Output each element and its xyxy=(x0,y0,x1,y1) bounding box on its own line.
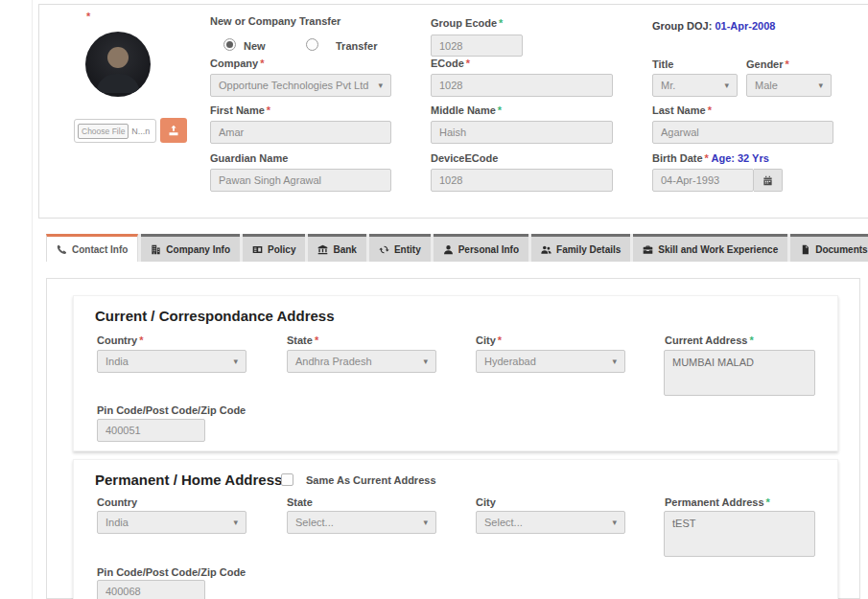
required-asterisk: * xyxy=(466,58,470,69)
company-select[interactable]: Opportune Technologies Pvt Ltd▾ xyxy=(210,74,391,97)
select-value: Select... xyxy=(484,517,523,528)
group-ecode-label: Group Ecode* xyxy=(431,17,503,29)
tab-label: Bank xyxy=(333,244,356,255)
field-label: Country xyxy=(97,334,137,346)
tab-label: Skill and Work Experience xyxy=(658,244,778,255)
caret-down-icon: ▾ xyxy=(724,81,729,90)
device-ecode-label: DeviceECode xyxy=(431,152,498,164)
current-country-select[interactable]: India▾ xyxy=(97,350,246,373)
permanent-city-label: City xyxy=(476,496,496,508)
first-name-label: First Name* xyxy=(210,104,270,116)
file-name-text: N...n xyxy=(131,127,150,136)
tab-documents[interactable]: Documents xyxy=(790,234,868,262)
select-value: Select... xyxy=(295,517,334,528)
last-name-label: Last Name* xyxy=(652,104,712,116)
employee-header-card: * Choose File N...n New or Company Trans… xyxy=(38,4,868,219)
caret-down-icon: ▾ xyxy=(423,518,428,527)
current-address-heading: Current / Correspondance Address xyxy=(95,308,335,324)
group-doj-label: Group DOJ: xyxy=(652,20,712,32)
tab-company-info[interactable]: Company Info xyxy=(141,234,240,262)
radio-transfer[interactable] xyxy=(306,38,318,51)
choose-file-button[interactable]: Choose File xyxy=(78,124,129,139)
current-state-select[interactable]: Andhra Pradesh▾ xyxy=(287,350,436,373)
gender-label: Gender* xyxy=(746,58,789,70)
birth-date-label: Birth Date* Age: 32 Yrs xyxy=(652,152,769,164)
permanent-pin-input[interactable] xyxy=(97,580,205,599)
permanent-country-label: Country xyxy=(97,496,137,508)
tab-entity[interactable]: Entity xyxy=(369,234,431,262)
tab-contact-info[interactable]: Contact Info xyxy=(46,234,138,262)
permanent-state-select[interactable]: Select...▾ xyxy=(287,511,436,534)
same-as-current-checkbox[interactable] xyxy=(281,473,293,486)
photo-required-asterisk: * xyxy=(86,11,90,22)
current-address-textarea[interactable]: MUMBAI MALAD xyxy=(664,350,815,396)
tab-bank[interactable]: Bank xyxy=(308,234,365,262)
field-label: State xyxy=(287,334,313,346)
tab-label: Company Info xyxy=(166,244,230,255)
tab-skill-work-experience[interactable]: Skill and Work Experience xyxy=(633,234,787,262)
field-label: Permanent Address xyxy=(665,496,764,508)
birth-date-calendar-button[interactable] xyxy=(754,169,783,192)
required-asterisk: * xyxy=(315,334,318,346)
device-ecode-input[interactable] xyxy=(431,169,613,192)
field-label: Current Address xyxy=(665,334,747,346)
field-label: Company xyxy=(210,58,258,69)
guardian-name-input[interactable] xyxy=(210,169,391,192)
family-icon xyxy=(541,244,551,255)
required-asterisk: * xyxy=(749,334,753,346)
last-name-input[interactable] xyxy=(652,121,833,144)
permanent-country-select[interactable]: India▾ xyxy=(97,511,246,534)
group-doj: Group DOJ: 01-Apr-2008 xyxy=(652,20,775,32)
same-as-current-label[interactable]: Same As Current Address xyxy=(306,474,436,486)
middle-name-input[interactable] xyxy=(431,121,613,144)
radio-new[interactable] xyxy=(223,38,236,51)
phone-icon xyxy=(57,244,67,255)
calendar-icon xyxy=(762,175,773,186)
permanent-address-heading: Permanent / Home Address xyxy=(95,472,282,488)
briefcase-icon xyxy=(643,244,653,255)
field-label: Last Name xyxy=(652,104,706,116)
employee-photo xyxy=(85,32,151,97)
permanent-city-select[interactable]: Select...▾ xyxy=(476,511,625,534)
tab-personal-info[interactable]: Personal Info xyxy=(434,234,528,262)
middle-name-label: Middle Name* xyxy=(431,104,502,116)
select-value: Mr. xyxy=(661,80,675,91)
group-ecode-input[interactable] xyxy=(431,35,523,57)
current-pin-input[interactable] xyxy=(97,419,205,442)
first-name-input[interactable] xyxy=(210,121,391,144)
caret-down-icon: ▾ xyxy=(233,518,238,527)
required-asterisk: * xyxy=(260,58,264,69)
gender-select[interactable]: Male▾ xyxy=(746,74,832,97)
policy-icon xyxy=(252,244,263,255)
tab-label: Documents xyxy=(815,244,867,255)
title-select[interactable]: Mr.▾ xyxy=(652,74,738,97)
caret-down-icon: ▾ xyxy=(612,518,617,527)
upload-photo-button[interactable] xyxy=(160,118,187,143)
radio-transfer-label[interactable]: Transfer xyxy=(336,40,377,52)
photo-file-input[interactable]: Choose File N...n xyxy=(74,119,156,143)
required-asterisk: * xyxy=(499,17,503,29)
select-value: Opportune Technologies Pvt Ltd xyxy=(219,80,368,91)
current-city-select[interactable]: Hyderabad▾ xyxy=(476,350,625,373)
select-value: India xyxy=(106,356,129,367)
ecode-input[interactable] xyxy=(431,74,613,97)
permanent-address-section: Permanent / Home Address Same As Current… xyxy=(73,459,838,599)
bank-icon xyxy=(317,244,328,255)
tab-label: Entity xyxy=(394,244,421,255)
required-asterisk: * xyxy=(766,496,770,508)
tab-policy[interactable]: Policy xyxy=(243,234,305,262)
tab-family-details[interactable]: Family Details xyxy=(531,234,630,262)
required-asterisk: * xyxy=(267,104,270,116)
document-icon xyxy=(800,244,810,255)
entity-icon xyxy=(379,244,389,255)
permanent-state-label: State xyxy=(287,496,313,508)
field-label: Group Ecode xyxy=(431,17,497,29)
caret-down-icon: ▾ xyxy=(612,357,617,366)
permanent-address-textarea[interactable]: tEST xyxy=(664,511,815,557)
radio-new-label[interactable]: New xyxy=(244,40,266,52)
tab-label: Personal Info xyxy=(458,244,519,255)
birth-date-input[interactable] xyxy=(652,169,754,192)
current-pin-label: Pin Code/Post Code/Zip Code xyxy=(97,404,246,416)
caret-down-icon: ▾ xyxy=(378,81,383,90)
select-value: Male xyxy=(755,80,778,91)
